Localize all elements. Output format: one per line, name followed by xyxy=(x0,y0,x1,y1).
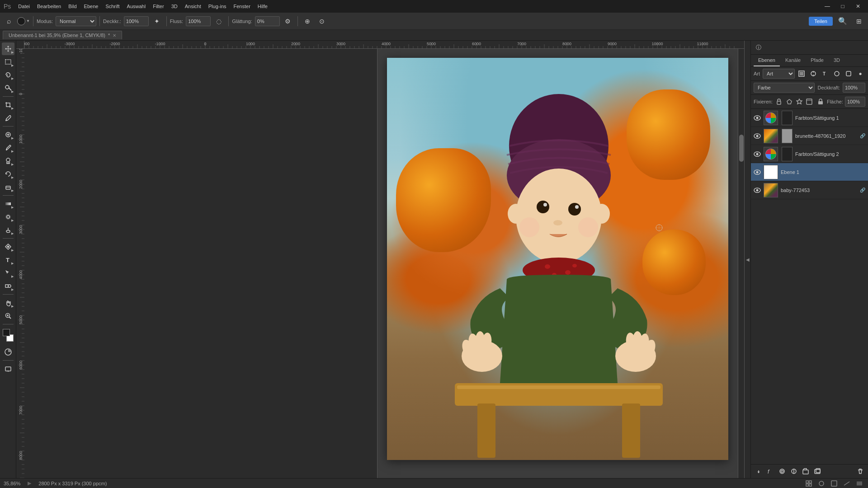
menu-auswahl[interactable]: Auswahl xyxy=(123,3,150,10)
menu-bearbeiten[interactable]: Bearbeiten xyxy=(33,3,65,10)
share-button[interactable]: Teilen xyxy=(809,17,833,26)
layer-link-btn[interactable] xyxy=(754,466,764,476)
lasso-tool[interactable]: ▶ xyxy=(2,69,14,81)
menu-filter[interactable]: Filter xyxy=(149,3,167,10)
layer-item-brunette[interactable]: brunette-487061_1920 🔗 xyxy=(751,127,868,145)
layer-item-baby[interactable]: baby-772453 🔗 xyxy=(751,181,868,199)
screen-mode-btn[interactable] xyxy=(2,362,14,375)
text-tool[interactable]: T ▶ xyxy=(2,253,14,266)
modus-select[interactable]: Normal xyxy=(56,16,96,26)
lock-position-btn[interactable] xyxy=(796,97,803,107)
lock-image-btn[interactable] xyxy=(786,97,793,107)
layer-new-btn[interactable] xyxy=(812,466,822,476)
dodge-tool[interactable]: ▶ xyxy=(2,224,14,236)
layer-style-btn[interactable]: f xyxy=(765,466,775,476)
gradient-tool[interactable]: ▶ xyxy=(2,197,14,210)
document-tab[interactable]: Unbenannt-1 bei 35,9% (Ebene 1, CMYK/8)*… xyxy=(3,31,122,39)
panel-tab-3d[interactable]: 3D xyxy=(829,55,844,66)
menu-ebene[interactable]: Ebene xyxy=(80,3,102,10)
status-canvas-btn[interactable] xyxy=(829,479,839,488)
filter-type-btn[interactable]: T xyxy=(820,69,830,79)
zoom-tool[interactable] xyxy=(2,310,14,322)
layer-item-ebene-1[interactable]: Ebene 1 xyxy=(751,163,868,181)
spot-healing-tool[interactable]: ▶ xyxy=(2,128,14,141)
menu-bild[interactable]: Bild xyxy=(65,3,80,10)
menu-schrift[interactable]: Schrift xyxy=(102,3,123,10)
shape-tool[interactable]: ▶ xyxy=(2,280,14,292)
history-brush-tool[interactable]: ▶ xyxy=(2,168,14,180)
angle-btn[interactable]: ⊙ xyxy=(316,15,328,28)
hand-tool[interactable]: ▶ xyxy=(2,296,14,309)
layer-item-farb-satt-1[interactable]: Farbton/Sättigung 1 xyxy=(751,109,868,127)
blur-tool[interactable]: ▶ xyxy=(2,211,14,223)
filter-toggle-btn[interactable]: ● xyxy=(855,69,865,79)
minimize-button[interactable]: — xyxy=(821,0,834,13)
deckkraft-input[interactable] xyxy=(843,83,865,93)
search-btn[interactable]: 🔍 xyxy=(836,15,849,28)
brush-icon[interactable]: ⌕ xyxy=(3,15,15,28)
move-tool[interactable]: ▶ xyxy=(2,42,14,55)
status-arrange-btn[interactable] xyxy=(854,479,864,488)
layer-visibility-farb-satt-1[interactable] xyxy=(754,114,761,122)
layer-delete-btn[interactable] xyxy=(855,466,865,476)
brush-preset-picker[interactable]: ▼ xyxy=(17,15,30,28)
tab-close-btn[interactable]: ✕ xyxy=(113,33,116,38)
layer-visibility-farb-satt-2[interactable] xyxy=(754,150,761,158)
lock-artboard-btn[interactable] xyxy=(806,97,813,107)
color-swatches[interactable] xyxy=(2,328,14,343)
deckkraft-input[interactable] xyxy=(124,16,149,26)
filter-pixel-btn[interactable] xyxy=(797,69,807,79)
panel-info-btn[interactable]: ⓘ xyxy=(754,42,764,52)
eraser-tool[interactable]: ▶ xyxy=(2,181,14,193)
menu-hilfe[interactable]: Hilfe xyxy=(254,3,271,10)
symmetry-btn[interactable]: ⊕ xyxy=(301,15,314,28)
fluss-icon[interactable]: ◌ xyxy=(212,15,225,28)
filter-shape-btn[interactable] xyxy=(832,69,842,79)
clone-stamp-tool[interactable]: ▶ xyxy=(2,155,14,167)
status-ruler-btn[interactable] xyxy=(842,479,852,488)
glaettung-settings[interactable]: ⚙ xyxy=(282,15,294,28)
panel-tab-pfade[interactable]: Pfade xyxy=(806,55,828,66)
menu-ansicht[interactable]: Ansicht xyxy=(181,3,205,10)
panel-collapse-button[interactable]: ◀ xyxy=(744,41,750,478)
layer-item-farb-satt-2[interactable]: Farbton/Sättigung 2 xyxy=(751,145,868,163)
layer-group-btn[interactable] xyxy=(801,466,811,476)
crop-tool[interactable]: ▶ xyxy=(2,99,14,111)
filter-adjustment-btn[interactable] xyxy=(808,69,818,79)
status-mask-btn[interactable] xyxy=(816,479,826,488)
scrollbar-thumb-vertical[interactable] xyxy=(739,135,744,162)
quick-mask-btn[interactable] xyxy=(2,346,14,358)
vertical-scrollbar[interactable] xyxy=(738,49,744,478)
pen-tool[interactable]: ▶ xyxy=(2,240,14,253)
path-select-tool[interactable]: ▶ xyxy=(2,267,14,279)
layer-adjustment-btn[interactable] xyxy=(789,466,799,476)
status-grid-btn[interactable] xyxy=(804,479,814,488)
layer-visibility-baby[interactable] xyxy=(754,187,761,194)
blend-mode-select[interactable]: Farbe xyxy=(754,83,815,93)
filter-smartobj-btn[interactable] xyxy=(844,69,854,79)
layers-type-select[interactable]: Art xyxy=(763,69,795,79)
panel-toggle-btn[interactable]: ⊞ xyxy=(853,15,865,28)
glaettung-input[interactable] xyxy=(255,16,280,26)
flache-input[interactable] xyxy=(845,97,865,107)
panel-tab-ebenen[interactable]: Ebenen xyxy=(754,55,780,66)
foreground-color-swatch[interactable] xyxy=(3,329,10,336)
fluss-input[interactable] xyxy=(186,16,211,26)
layer-visibility-brunette[interactable] xyxy=(754,132,761,140)
close-button[interactable]: ✕ xyxy=(852,0,864,13)
eyedropper-tool[interactable] xyxy=(2,112,14,124)
maximize-button[interactable]: □ xyxy=(836,0,849,13)
lock-transparent-btn[interactable] xyxy=(775,97,783,107)
magic-wand-tool[interactable]: ▶ xyxy=(2,82,14,94)
menu-datei[interactable]: Datei xyxy=(14,3,33,10)
deckkraft-airbrush-btn[interactable]: ✦ xyxy=(151,15,163,28)
rectangle-selection-tool[interactable]: ▶ xyxy=(2,56,14,68)
layer-mask-btn[interactable] xyxy=(777,466,787,476)
lock-all-btn[interactable] xyxy=(817,97,824,107)
brush-tool[interactable]: ▶ xyxy=(2,141,14,154)
menu-fenster[interactable]: Fenster xyxy=(230,3,254,10)
panel-tab-kanaele[interactable]: Kanäle xyxy=(781,55,805,66)
layer-visibility-ebene-1[interactable] xyxy=(754,169,761,176)
menu-3d[interactable]: 3D xyxy=(168,3,181,10)
menu-plugins[interactable]: Plug-ins xyxy=(205,3,230,10)
